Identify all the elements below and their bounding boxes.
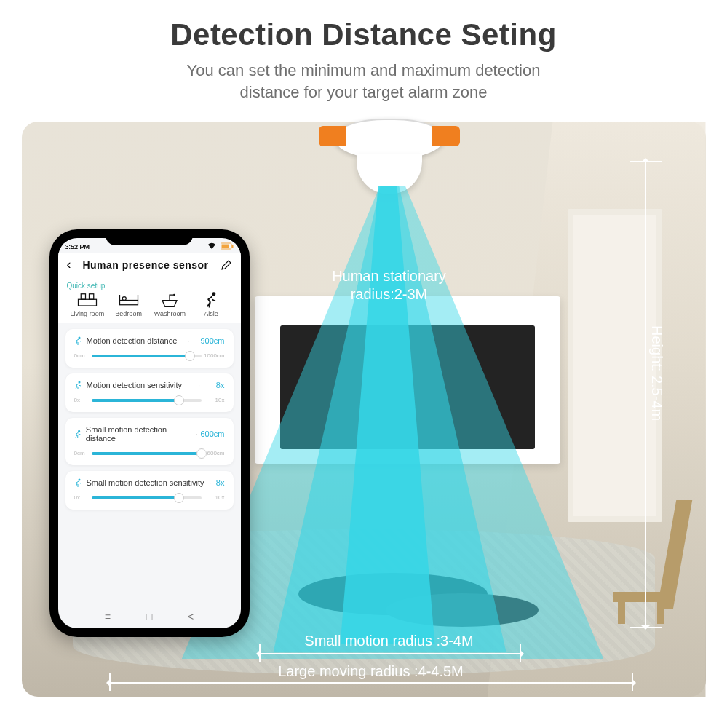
label-large: Large moving radius :4-4.5M: [211, 663, 531, 680]
nav-back[interactable]: <: [188, 611, 194, 622]
nav-home[interactable]: □: [146, 611, 152, 622]
card-value: 600cm: [200, 430, 224, 438]
tick-large-left: [109, 673, 111, 691]
svg-rect-4: [81, 294, 85, 300]
setting-card-3: Small motion detection sensitivity·8x0x1…: [65, 471, 234, 510]
svg-rect-6: [119, 301, 138, 305]
page-title: Detection Distance Seting: [0, 17, 727, 52]
quick-item-aisle[interactable]: Aisle: [191, 291, 232, 317]
quick-item-label: Living room: [67, 310, 108, 317]
svg-rect-3: [78, 300, 96, 306]
svg-point-13: [78, 479, 80, 481]
slider-min: 0cm: [74, 352, 92, 359]
slider[interactable]: [92, 452, 202, 455]
sensor-clip-right: [432, 126, 460, 146]
setting-card-1: Motion detection sensitivity·8x0x10x: [65, 373, 234, 412]
running-person-icon: [200, 291, 222, 309]
quick-item-living-room[interactable]: Living room: [67, 291, 108, 317]
edit-icon[interactable]: [221, 259, 232, 271]
card-separator: ·: [209, 478, 211, 487]
setting-card-0: Motion detection distance·900cm0cm1000cm: [65, 329, 234, 368]
phone-mockup: 3:52 PM document.querySelector('[data-na…: [49, 229, 250, 637]
card-separator: ·: [198, 381, 200, 389]
ceiling-sensor: [335, 119, 444, 194]
card-separator: ·: [188, 336, 190, 345]
slider-max: 10x: [202, 397, 225, 403]
card-name: Motion detection distance: [74, 336, 178, 345]
card-separator: ·: [195, 430, 197, 438]
slider[interactable]: [92, 355, 202, 357]
status-time2: 3:52 PM: [65, 243, 90, 250]
battery-icon: [221, 244, 234, 251]
back-button[interactable]: ‹: [67, 257, 71, 272]
quick-item-label: Aisle: [191, 310, 232, 317]
quick-item-label: Bedroom: [108, 310, 149, 317]
quick-item-bedroom[interactable]: Bedroom: [108, 291, 149, 317]
sink-icon: [159, 291, 180, 309]
svg-point-10: [78, 337, 80, 339]
screen-title: Human presence sensor: [82, 259, 208, 271]
tick-top: [630, 161, 662, 162]
bed-icon: [118, 291, 140, 309]
slider[interactable]: [92, 496, 202, 499]
nav-recent[interactable]: ≡: [105, 611, 111, 622]
svg-rect-1: [221, 245, 229, 248]
setting-card-2: Small motion detection distance·600cm0cm…: [65, 418, 234, 465]
quick-setup-row: Living roomBedroomWashroomAisle: [58, 291, 241, 323]
tick-small-right: [520, 644, 521, 662]
subtitle-line2: distance for your target alarm zone: [240, 83, 488, 101]
card-value: 900cm: [200, 336, 224, 345]
card-name: Small motion detection distance: [74, 425, 193, 443]
slider-min: 0x: [74, 397, 92, 403]
wifi-icon: [207, 244, 218, 251]
slider-min: 0x: [74, 494, 92, 501]
tick-small-left: [259, 644, 261, 662]
phone-screen: 3:52 PM document.querySelector('[data-na…: [58, 238, 241, 628]
quick-setup-label: Quick setup: [58, 277, 241, 291]
quick-item-washroom[interactable]: Washroom: [149, 291, 191, 317]
android-nav-bar: ≡ □ <: [58, 608, 241, 625]
slider-min: 0cm: [74, 450, 92, 456]
svg-point-7: [122, 297, 126, 301]
slider[interactable]: [92, 399, 202, 402]
tick-bottom: [630, 627, 662, 628]
subtitle-line1: You can set the minimum and maximum dete…: [187, 61, 541, 79]
card-value: 8x: [216, 381, 225, 389]
card-name: Small motion detection sensitivity: [74, 478, 204, 487]
svg-point-11: [78, 381, 80, 384]
living-room-icon: [76, 291, 98, 309]
chair: [613, 500, 683, 624]
sensor-clip-left: [319, 126, 346, 146]
dim-height-line: [645, 161, 646, 627]
dim-small-line: [259, 653, 521, 654]
room-scene: Human stationary radius:2-3M Height: 2.5…: [22, 122, 706, 697]
card-value: 8x: [216, 478, 225, 487]
slider-max: 1000cm: [202, 352, 225, 359]
svg-point-9: [212, 293, 215, 296]
svg-rect-2: [231, 245, 233, 248]
app-header: ‹ Human presence sensor: [58, 253, 241, 277]
card-name: Motion detection sensitivity: [74, 381, 182, 389]
label-stationary: Human stationary radius:2-3M: [277, 267, 502, 304]
label-small: Small motion radius :3-4M: [277, 633, 502, 649]
dim-large-line: [109, 682, 633, 684]
label-height: Height: 2.5-4m: [648, 325, 665, 421]
svg-point-8: [173, 294, 175, 296]
slider-max: 10x: [202, 494, 225, 501]
quick-item-label: Washroom: [149, 310, 191, 317]
tick-large-right: [632, 673, 633, 691]
page-subtitle: You can set the minimum and maximum dete…: [0, 60, 727, 103]
svg-point-12: [78, 430, 80, 432]
svg-rect-5: [89, 294, 93, 300]
